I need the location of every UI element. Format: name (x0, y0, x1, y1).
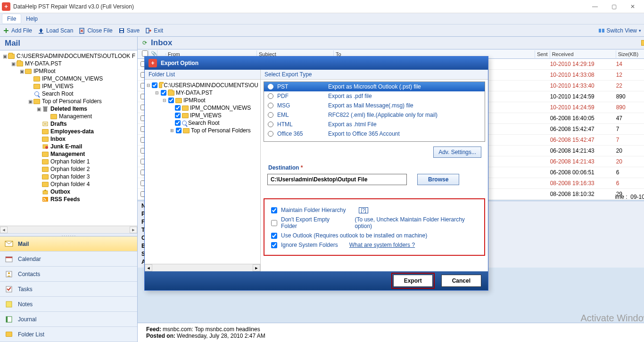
left-panel: Mail ▣C:\USERS\ADMIN\DOCUMENTS\OUTLOOK F… (0, 37, 138, 342)
tree-common[interactable]: IPM_COMMON_VIEWS (0, 75, 137, 82)
tree-employees[interactable]: Employees-data (0, 128, 137, 135)
tree-orphan3[interactable]: Orphan folder 3 (0, 173, 137, 180)
app-icon: + (2, 2, 10, 11)
export-tree-scrollbar[interactable]: ◄► (145, 264, 260, 271)
folder-icon (182, 113, 189, 118)
col-sent[interactable]: Sent (535, 50, 550, 58)
svg-rect-7 (120, 29, 123, 30)
tree-deleted[interactable]: ▣Deleted Items (0, 105, 137, 113)
tree-rss[interactable]: RSS Feeds (0, 195, 137, 203)
tree-management-sub[interactable]: Management (0, 113, 137, 120)
nav-calendar[interactable]: Calendar (0, 252, 137, 267)
svg-rect-14 (43, 122, 48, 126)
export-folder-tree[interactable]: ⊟C:\USERS\ADMIN\DOCUMENTS\OU ⊟MY-DATA.PS… (145, 80, 260, 264)
svg-rect-9 (146, 28, 149, 33)
folder-icon (175, 98, 182, 103)
trash-icon (41, 106, 49, 112)
tree-inbox[interactable]: Inbox (0, 135, 137, 143)
tree-search[interactable]: Search Root (0, 90, 137, 98)
export-tree-search[interactable]: Search Root (146, 119, 259, 127)
tree-orphan4[interactable]: Orphan folder 4 (0, 180, 137, 188)
radio-icon[interactable] (268, 93, 273, 99)
nav-mail[interactable]: Mail (0, 236, 137, 252)
close-button[interactable]: ✕ (623, 0, 642, 13)
export-type-msg[interactable]: MSGExport as Mail Message(.msg) file (264, 101, 485, 110)
folder-icon (42, 129, 49, 134)
tree-views[interactable]: IPM_VIEWS (0, 82, 137, 90)
export-type-html[interactable]: HTMLExport as .html File (264, 120, 485, 129)
load-scan-button[interactable]: Load Scan (38, 27, 73, 34)
tree-orphan2[interactable]: Orphan folder 2 (0, 165, 137, 173)
minimize-button[interactable]: — (586, 0, 604, 13)
folder-tree[interactable]: ▣C:\USERS\ADMIN\DOCUMENTS\OUTLOOK F ▣MY-… (0, 50, 137, 226)
col-size[interactable]: Size(KB) (616, 50, 644, 58)
destination-input[interactable] (267, 174, 407, 185)
maximize-button[interactable]: ▢ (604, 0, 623, 13)
add-file-button[interactable]: Add File (3, 27, 32, 34)
export-tree-ipmroot[interactable]: ⊟IPMRoot (146, 97, 259, 104)
nav-notes[interactable]: Notes (0, 297, 137, 312)
opt-maintain-hierarchy[interactable]: Maintain Folder Hierarchy[?] (271, 207, 478, 213)
opt-use-outlook[interactable]: Use Outlook (Requires outlook to be inst… (271, 232, 478, 239)
size-cell: 12 (616, 72, 644, 78)
close-file-button[interactable]: Close File (79, 27, 112, 34)
tree-root[interactable]: ▣C:\USERS\ADMIN\DOCUMENTS\OUTLOOK F (0, 52, 137, 60)
system-folders-link[interactable]: What are system folders ? (349, 242, 415, 248)
received-cell: 06-2008 00:06:51 (550, 169, 616, 176)
size-cell: 22 (616, 82, 644, 89)
export-type-eml[interactable]: EMLRFC822 (.eml) file.(Applicable only f… (264, 110, 485, 120)
export-tree-views[interactable]: IPM_VIEWS (146, 112, 259, 119)
menu-help[interactable]: Help (21, 14, 42, 24)
switch-view-button[interactable]: Switch View ▾ (598, 27, 641, 34)
export-tree-top[interactable]: ⊞Top of Personal Folders (146, 127, 259, 134)
tree-top[interactable]: ▣Top of Personal Folders (0, 98, 137, 105)
export-tree-pst[interactable]: ⊟MY-DATA.PST (146, 89, 259, 97)
tree-drafts[interactable]: Drafts (0, 120, 137, 128)
browse-button[interactable]: Browse (417, 174, 459, 185)
save-selected-button[interactable]: Save Selected (641, 40, 644, 46)
tree-scrollbar[interactable]: ◄► (0, 226, 137, 233)
preview-time: ime : 09-10-2010 14:29:18 (615, 194, 644, 200)
export-dialog-titlebar[interactable]: + Export Option (145, 57, 488, 70)
col-received[interactable]: Received (550, 50, 616, 58)
nav-contacts[interactable]: Contacts (0, 267, 137, 282)
svg-point-21 (43, 200, 44, 201)
svg-rect-13 (43, 106, 48, 107)
export-button[interactable]: Export (393, 275, 433, 287)
folder-icon (182, 106, 189, 111)
tree-pst[interactable]: ▣MY-DATA.PST (0, 60, 137, 67)
exit-button[interactable]: Exit (145, 27, 163, 34)
export-type-pdf[interactable]: PDFExport as .pdf file (264, 91, 485, 101)
nav-journal[interactable]: Journal (0, 312, 137, 327)
save-button[interactable]: Save (118, 27, 140, 34)
radio-icon[interactable] (268, 122, 273, 127)
nav-folder-list[interactable]: Folder List (0, 327, 137, 342)
help-icon[interactable]: [?] (359, 207, 368, 213)
export-tree-root[interactable]: ⊟C:\USERS\ADMIN\DOCUMENTS\OU (146, 81, 259, 89)
refresh-icon[interactable]: ⟳ (142, 40, 147, 46)
tree-junk[interactable]: Junk E-mail (0, 143, 137, 150)
export-tree-common[interactable]: IPM_COMMON_VIEWS (146, 104, 259, 112)
opt-dont-export-empty[interactable]: Don't Export Empty Folder (To use, Unche… (271, 216, 478, 229)
tree-outbox[interactable]: Outbox (0, 188, 137, 195)
tree-management[interactable]: Management (0, 150, 137, 158)
inbox-title: Inbox (151, 38, 641, 48)
radio-icon[interactable] (268, 131, 273, 137)
menu-file[interactable]: File (2, 14, 21, 24)
size-cell: 47 (616, 115, 644, 122)
col-flag-icon[interactable] (157, 53, 166, 55)
opt-ignore-system[interactable]: Ignore System FoldersWhat are system fol… (271, 242, 478, 248)
radio-icon[interactable] (268, 103, 273, 108)
feed-preview: Feed: msnbc.com: Top msnbc.com headlines… (138, 323, 644, 342)
tree-ipmroot[interactable]: ▣IPMRoot (0, 67, 137, 75)
export-type-pst[interactable]: PSTExport as Microsoft Outlook (.pst) fi… (264, 82, 485, 91)
received-cell: 06-2008 16:40:05 (550, 115, 616, 122)
radio-icon[interactable] (268, 112, 273, 118)
adv-settings-button[interactable]: Adv. Settings... (433, 147, 481, 158)
received-cell: 08-2008 18:10:32 (550, 191, 616, 197)
cancel-button[interactable]: Cancel (441, 275, 481, 287)
nav-tasks[interactable]: Tasks (0, 282, 137, 297)
export-type-office-365[interactable]: Office 365Export to Office 365 Account (264, 129, 485, 138)
tree-orphan1[interactable]: Orphan folder 1 (0, 158, 137, 165)
radio-icon[interactable] (268, 84, 273, 90)
